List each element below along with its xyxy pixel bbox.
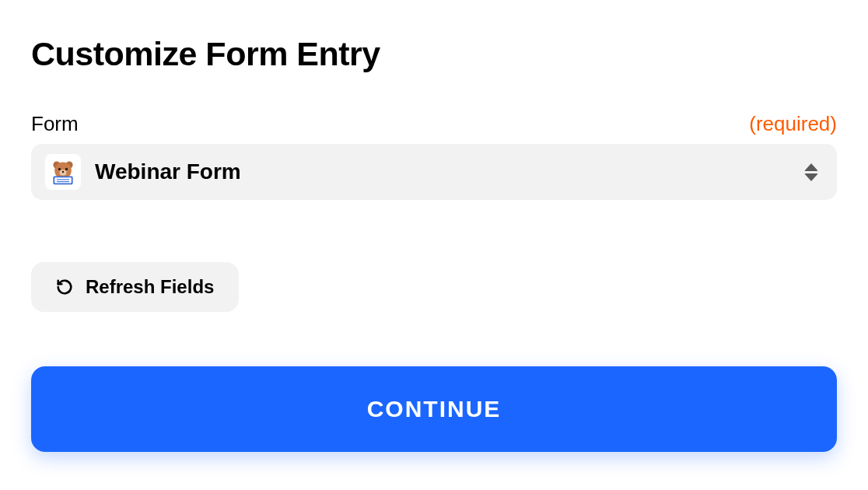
- svg-rect-8: [54, 177, 72, 183]
- refresh-fields-button[interactable]: Refresh Fields: [31, 262, 239, 312]
- svg-point-4: [65, 168, 68, 170]
- form-field-header: Form (required): [31, 112, 837, 136]
- updown-icon: [804, 163, 818, 181]
- page-title: Customize Form Entry: [31, 35, 837, 73]
- form-select-value: Webinar Form: [95, 159, 804, 184]
- refresh-fields-label: Refresh Fields: [86, 276, 214, 298]
- svg-point-6: [62, 171, 65, 173]
- refresh-icon: [56, 278, 73, 296]
- required-tag: (required): [749, 112, 837, 136]
- wpforms-bear-icon: [45, 154, 81, 190]
- form-select[interactable]: Webinar Form: [31, 144, 837, 200]
- continue-button[interactable]: CONTINUE: [31, 366, 837, 452]
- form-field-label: Form: [31, 112, 79, 136]
- svg-point-3: [58, 168, 61, 170]
